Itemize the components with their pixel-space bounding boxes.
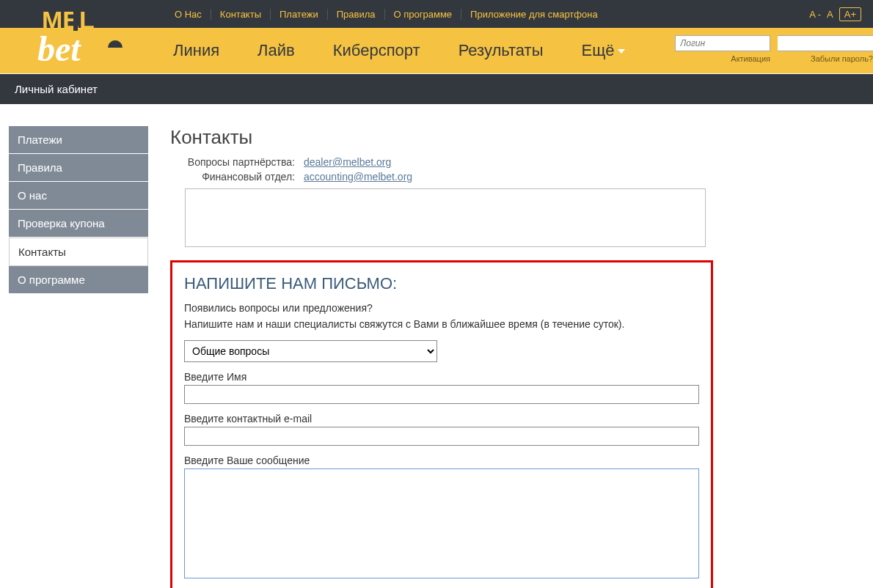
- sidebar: Платежи Правила О нас Проверка купона Ко…: [9, 126, 148, 294]
- content: Платежи Правила О нас Проверка купона Ко…: [0, 104, 873, 588]
- forgot-password-link[interactable]: Забыли пароль?: [811, 54, 873, 63]
- top-nav: О Нас Контакты Платежи Правила О програм…: [166, 9, 809, 20]
- topnav-contacts[interactable]: Контакты: [211, 9, 271, 20]
- topnav-payments[interactable]: Платежи: [271, 9, 328, 20]
- topic-select[interactable]: Общие вопросы: [184, 340, 437, 362]
- login-box: Активация Забыли пароль?: [675, 28, 873, 73]
- nav-esport[interactable]: Киберспорт: [314, 41, 439, 60]
- email-input[interactable]: [184, 427, 699, 446]
- nav-line[interactable]: Линия: [154, 41, 238, 60]
- sidebar-item-coupon-check[interactable]: Проверка купона: [9, 210, 148, 238]
- message-textarea[interactable]: [184, 468, 699, 578]
- topnav-rules[interactable]: Правила: [328, 9, 385, 20]
- name-input[interactable]: [184, 385, 699, 404]
- contact-form-highlight: НАПИШИТЕ НАМ ПИСЬМО: Появились вопросы и…: [170, 260, 713, 588]
- partner-label: Вопросы партнёрства:: [185, 156, 295, 168]
- font-increase[interactable]: A+: [839, 7, 861, 21]
- sidebar-item-contacts[interactable]: Контакты: [9, 238, 148, 266]
- chevron-down-icon: [618, 49, 625, 54]
- form-heading: НАПИШИТЕ НАМ ПИСЬМО:: [184, 274, 699, 293]
- login-input[interactable]: [675, 35, 770, 51]
- svg-rect-2: [73, 6, 78, 31]
- nav-live[interactable]: Лайв: [238, 41, 314, 60]
- sidebar-item-rules[interactable]: Правила: [9, 154, 148, 182]
- cabinet-bar: Личный кабинет: [0, 73, 873, 104]
- page-title: Контакты: [170, 126, 864, 149]
- password-input[interactable]: [778, 35, 873, 51]
- info-box: [185, 188, 706, 247]
- topnav-program[interactable]: О программе: [385, 9, 462, 20]
- sidebar-item-program[interactable]: О программе: [9, 266, 148, 294]
- font-normal[interactable]: A: [827, 9, 833, 20]
- activation-link[interactable]: Активация: [731, 54, 770, 63]
- logo[interactable]: MEL bet: [26, 0, 136, 73]
- sidebar-item-about[interactable]: О нас: [9, 182, 148, 210]
- form-text-1: Появились вопросы или предложения?: [184, 302, 699, 314]
- finance-label: Финансовый отдел:: [185, 171, 295, 183]
- partner-email-link[interactable]: dealer@melbet.org: [304, 156, 391, 168]
- email-label: Введите контактный e-mail: [184, 413, 699, 425]
- main-panel: Контакты Вопросы партнёрства: dealer@mel…: [170, 126, 864, 588]
- svg-text:bet: bet: [37, 29, 81, 68]
- nav-results[interactable]: Результаты: [439, 41, 563, 60]
- font-decrease[interactable]: A -: [809, 9, 821, 20]
- font-size-controls: A - A A+: [809, 7, 861, 21]
- finance-email-link[interactable]: accounting@melbet.org: [304, 171, 412, 183]
- nav-more[interactable]: Ещё: [563, 41, 644, 60]
- name-label: Введите Имя: [184, 371, 699, 383]
- form-text-2: Напишите нам и наши специалисты свяжутся…: [184, 318, 699, 330]
- cabinet-title: Личный кабинет: [15, 83, 98, 95]
- message-label: Введите Ваше сообщение: [184, 455, 699, 466]
- topnav-about[interactable]: О Нас: [166, 9, 211, 20]
- topnav-app[interactable]: Приложение для смартфона: [461, 9, 607, 20]
- sidebar-item-payments[interactable]: Платежи: [9, 126, 148, 154]
